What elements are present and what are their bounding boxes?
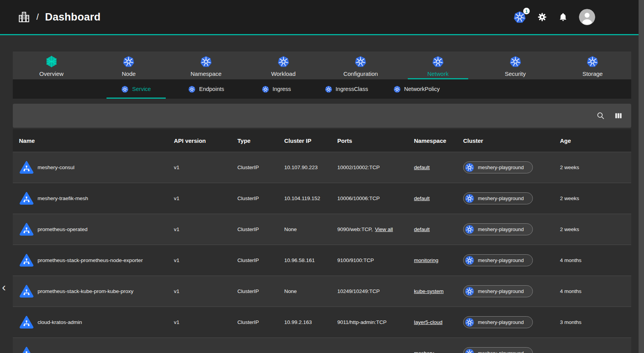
subtab-label: IngressClass	[336, 86, 368, 92]
tab-workload[interactable]: Workload	[245, 51, 322, 79]
notifications-button[interactable]	[558, 12, 568, 22]
sidebar-collapse-chevron-icon[interactable]: ‹	[0, 281, 7, 294]
table-row[interactable]: meshery meshery-playground	[13, 338, 631, 353]
service-name: prometheus-operated	[38, 226, 88, 232]
vertical-scrollbar[interactable]	[639, 0, 644, 353]
table-row[interactable]: meshery-consul v1 ClusterIP 10.107.90.22…	[13, 152, 631, 183]
kubernetes-icon	[465, 224, 474, 234]
cluster-chip[interactable]: meshery-playground	[463, 347, 533, 353]
ports: 10002/10002:TCP	[337, 165, 380, 170]
namespace-link[interactable]: default	[414, 165, 430, 170]
ports: 9100/9100:TCP	[337, 257, 374, 263]
subtab-ingress[interactable]: Ingress	[241, 79, 311, 99]
kubernetes-icon	[465, 317, 474, 327]
tab-security[interactable]: Security	[477, 51, 554, 79]
api-version: v1	[174, 165, 237, 170]
subtab-label: Ingress	[273, 86, 291, 92]
api-version: v1	[174, 288, 237, 294]
subtab-service[interactable]: Service	[101, 79, 171, 99]
ports: 10249/10249:TCP	[337, 288, 380, 294]
api-version: v1	[174, 257, 237, 263]
kubernetes-icon	[432, 55, 444, 68]
tab-node[interactable]: Node	[90, 51, 168, 79]
user-avatar[interactable]	[579, 9, 595, 25]
accent-divider	[0, 34, 639, 35]
namespace-link[interactable]: default	[414, 195, 430, 201]
service-name: meshery-traefik-mesh	[38, 195, 88, 201]
service-type: ClusterIP	[237, 226, 284, 232]
cluster-chip[interactable]: meshery-playground	[463, 223, 533, 235]
namespace-link[interactable]: monitoring	[414, 257, 438, 263]
tab-overview[interactable]: Overview	[13, 51, 90, 79]
column-header-api-version[interactable]: API version	[174, 137, 237, 144]
cluster-chip[interactable]: meshery-playground	[463, 285, 533, 297]
cluster-chip[interactable]: meshery-playground	[463, 192, 533, 204]
kubernetes-icon	[121, 86, 129, 93]
namespace-link[interactable]: kube-system	[414, 288, 444, 294]
service-type: ClusterIP	[237, 319, 284, 325]
settings-button[interactable]	[537, 12, 547, 22]
table-row[interactable]: meshery-traefik-mesh v1 ClusterIP 10.104…	[13, 183, 631, 214]
cluster-ip: 10.107.90.223	[284, 165, 337, 170]
header-actions: 1	[513, 9, 595, 25]
tab-storage[interactable]: Storage	[554, 51, 631, 79]
kubernetes-icon	[393, 86, 401, 93]
service-icon	[19, 346, 34, 353]
tab-network[interactable]: Network	[399, 51, 477, 79]
column-header-type[interactable]: Type	[237, 137, 284, 144]
tab-label: Overview	[39, 70, 64, 77]
cluster-chip[interactable]: meshery-playground	[463, 161, 533, 173]
table-row[interactable]: cloud-kratos-admin v1 ClusterIP 10.99.2.…	[13, 307, 631, 338]
subtab-label: Service	[132, 86, 151, 92]
cluster-ip: 10.104.119.152	[284, 195, 337, 201]
age: 2 weeks	[560, 165, 631, 170]
person-icon	[579, 9, 595, 25]
service-icon	[19, 253, 34, 267]
service-name: prometheus-stack-kube-prom-kube-proxy	[38, 288, 134, 294]
kubernetes-icon	[465, 194, 474, 203]
tab-namespace[interactable]: Namespace	[167, 51, 245, 79]
tab-label: Storage	[582, 70, 603, 77]
app-header: / Dashboard 1	[0, 0, 639, 34]
organization-icon	[18, 11, 30, 23]
ports: 9090/web:TCP,	[337, 226, 373, 232]
column-header-cluster[interactable]: Cluster	[463, 137, 560, 144]
kubernetes-icon	[188, 86, 196, 93]
cluster-chip[interactable]: meshery-playground	[463, 254, 533, 266]
table-row[interactable]: prometheus-stack-prometheus-node-exporte…	[13, 245, 631, 276]
column-header-name[interactable]: Name	[19, 137, 174, 144]
view-all-link[interactable]: View all	[375, 226, 393, 232]
kubernetes-icon	[465, 255, 474, 265]
namespace-link[interactable]: default	[414, 226, 430, 232]
column-header-cluster-ip[interactable]: Cluster IP	[284, 137, 337, 144]
subtab-networkpolicy[interactable]: NetworkPolicy	[381, 79, 452, 99]
page-title: Dashboard	[45, 11, 101, 23]
ports: 9011/http-admin:TCP	[337, 319, 386, 325]
service-name: prometheus-stack-prometheus-node-exporte…	[38, 257, 143, 263]
cluster-ip: 10.99.2.163	[284, 319, 337, 325]
tab-label: Security	[505, 70, 526, 77]
tab-configuration[interactable]: Configuration	[322, 51, 400, 79]
subtab-endpoints[interactable]: Endpoints	[171, 79, 241, 99]
namespace-link[interactable]: meshery	[414, 350, 434, 353]
kubernetes-context-button[interactable]: 1	[513, 10, 526, 24]
kubernetes-icon	[122, 55, 135, 68]
namespace-link[interactable]: layer5-cloud	[414, 319, 443, 325]
search-button[interactable]	[596, 111, 605, 120]
service-type: ClusterIP	[237, 195, 284, 201]
column-header-namespace[interactable]: Namespace	[414, 137, 463, 144]
service-icon	[19, 160, 34, 175]
kubernetes-icon	[200, 55, 212, 68]
column-header-age[interactable]: Age	[560, 137, 631, 144]
column-header-ports[interactable]: Ports	[337, 137, 414, 144]
subtab-ingressclass[interactable]: IngressClass	[311, 79, 381, 99]
kubernetes-icon	[586, 55, 599, 68]
service-name: cloud-kratos-admin	[38, 319, 82, 325]
view-columns-button[interactable]	[614, 111, 623, 120]
table-row[interactable]: prometheus-stack-kube-prom-kube-proxy v1…	[13, 276, 631, 307]
table-header-row: Name API version Type Cluster IP Ports N…	[13, 129, 631, 152]
cluster-chip[interactable]: meshery-playground	[463, 316, 533, 328]
search-icon	[596, 111, 605, 120]
table-row[interactable]: prometheus-operated v1 ClusterIP None 90…	[13, 214, 631, 245]
subtab-label: NetworkPolicy	[404, 86, 440, 92]
